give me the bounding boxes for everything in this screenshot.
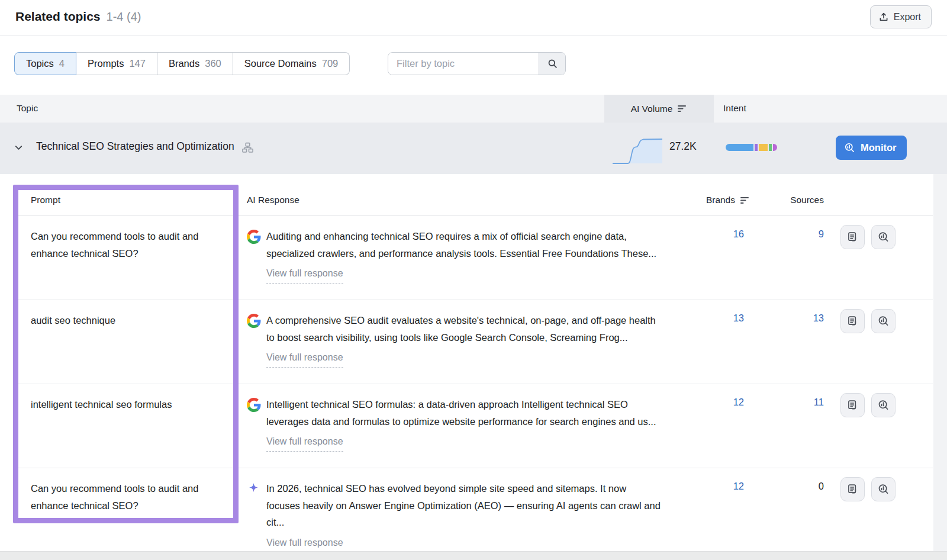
ai-volume-value: 27.2K bbox=[669, 140, 697, 153]
row-actions bbox=[840, 393, 896, 417]
column-ai-response: AI Response bbox=[247, 195, 299, 205]
brands-count-link[interactable]: 12 bbox=[694, 397, 744, 408]
column-sources: Sources bbox=[774, 195, 824, 205]
magnifier-chart-icon bbox=[877, 315, 890, 327]
brands-count-link[interactable]: 12 bbox=[694, 481, 744, 492]
view-response-button[interactable] bbox=[840, 309, 865, 333]
prompt-row: Can you recommend tools to audit and enh… bbox=[13, 468, 933, 551]
sort-desc-icon bbox=[678, 105, 687, 112]
intent-bar bbox=[726, 144, 777, 151]
prompt-row: audit seo technique A comprehensive SEO … bbox=[13, 300, 933, 384]
page-header: Related topics1-4 (4) Export bbox=[0, 0, 947, 35]
vertical-scrollbar[interactable] bbox=[933, 174, 947, 552]
topic-filter bbox=[388, 52, 566, 75]
ai-response: In 2026, technical SEO has evolved beyon… bbox=[266, 480, 662, 552]
tab-brands-label: Brands bbox=[169, 58, 199, 69]
tab-brands[interactable]: Brands 360 bbox=[157, 52, 233, 75]
response-doc-icon bbox=[846, 315, 859, 327]
bottom-edge-strip bbox=[0, 551, 947, 560]
row-actions bbox=[840, 477, 896, 501]
column-ai-volume-label: AI Volume bbox=[631, 104, 673, 114]
ai-response-text: Auditing and enhancing technical SEO req… bbox=[266, 231, 656, 259]
header-divider bbox=[0, 35, 947, 36]
chevron-down-icon[interactable] bbox=[13, 142, 24, 156]
magnifier-chart-icon bbox=[877, 483, 890, 495]
tab-source-domains-count: 709 bbox=[322, 58, 339, 69]
intent-segment bbox=[755, 144, 758, 151]
response-doc-icon bbox=[846, 399, 859, 411]
analyze-magnifier-button[interactable] bbox=[871, 309, 896, 333]
ai-volume-sparkline bbox=[613, 136, 663, 167]
filter-search-button[interactable] bbox=[539, 53, 565, 75]
ai-response: A comprehensive SEO audit evaluates a we… bbox=[266, 312, 662, 368]
view-full-response-link[interactable]: View full response bbox=[266, 535, 343, 553]
sitemap-icon[interactable] bbox=[241, 141, 254, 156]
column-prompt: Prompt bbox=[31, 195, 60, 205]
sources-count: 0 bbox=[769, 481, 824, 492]
topic-row[interactable]: Technical SEO Strategies and Optimizatio… bbox=[0, 123, 947, 174]
magnifier-chart-icon bbox=[877, 399, 890, 411]
sources-count-link[interactable]: 11 bbox=[769, 397, 824, 408]
prompt-text: Can you recommend tools to audit and enh… bbox=[31, 480, 227, 514]
google-icon bbox=[247, 314, 261, 330]
tab-brands-count: 360 bbox=[205, 58, 221, 69]
prompt-text: audit seo technique bbox=[31, 312, 227, 329]
result-range: 1-4 (4) bbox=[107, 10, 141, 23]
analyze-magnifier-button[interactable] bbox=[871, 477, 896, 501]
page-title-text: Related topics bbox=[15, 9, 101, 23]
tab-source-domains[interactable]: Source Domains 709 bbox=[233, 52, 350, 75]
ai-response-text: A comprehensive SEO audit evaluates a we… bbox=[266, 315, 656, 343]
ai-response-text: Intelligent technical SEO formulas: a da… bbox=[266, 399, 656, 427]
google-icon bbox=[247, 398, 261, 414]
ai-response: Intelligent technical SEO formulas: a da… bbox=[266, 396, 662, 452]
sort-desc-icon bbox=[740, 197, 750, 204]
monitor-magnifier-icon bbox=[844, 142, 855, 153]
brands-count-link[interactable]: 16 bbox=[694, 228, 744, 240]
intent-segment bbox=[759, 144, 768, 151]
topic-table-header: Topic AI Volume Intent bbox=[0, 95, 947, 123]
tab-prompts-count: 147 bbox=[129, 58, 146, 69]
export-button[interactable]: Export bbox=[870, 5, 932, 28]
view-full-response-link[interactable]: View full response bbox=[266, 265, 343, 284]
analyze-magnifier-button[interactable] bbox=[871, 393, 896, 417]
topic-name: Technical SEO Strategies and Optimizatio… bbox=[36, 140, 234, 153]
row-actions bbox=[840, 225, 896, 249]
tab-prompts[interactable]: Prompts 147 bbox=[76, 52, 157, 75]
intent-segment bbox=[726, 144, 753, 151]
tab-source-domains-label: Source Domains bbox=[244, 58, 317, 69]
view-response-button[interactable] bbox=[840, 477, 865, 501]
response-doc-icon bbox=[846, 483, 859, 495]
column-brands-label: Brands bbox=[706, 195, 735, 205]
response-doc-icon bbox=[846, 231, 859, 243]
monitor-label: Monitor bbox=[861, 142, 896, 153]
sources-count-link[interactable]: 9 bbox=[769, 228, 824, 240]
brands-count-link[interactable]: 13 bbox=[694, 313, 744, 324]
entity-tabs: Topics 4 Prompts 147 Brands 360 Source D… bbox=[14, 52, 350, 75]
prompt-text: intelligent technical seo formulas bbox=[31, 396, 227, 413]
sources-count-link[interactable]: 13 bbox=[769, 313, 824, 324]
tab-topics[interactable]: Topics 4 bbox=[14, 52, 76, 75]
view-full-response-link[interactable]: View full response bbox=[266, 349, 343, 368]
column-topic: Topic bbox=[17, 103, 38, 114]
column-intent[interactable]: Intent bbox=[723, 103, 746, 114]
view-response-button[interactable] bbox=[840, 393, 865, 417]
column-brands[interactable]: Brands bbox=[682, 195, 750, 205]
tab-topics-label: Topics bbox=[26, 58, 54, 69]
tab-prompts-label: Prompts bbox=[88, 58, 124, 69]
view-response-button[interactable] bbox=[840, 225, 865, 249]
ai-response: Auditing and enhancing technical SEO req… bbox=[266, 228, 662, 284]
export-icon bbox=[878, 12, 889, 22]
tab-topics-count: 4 bbox=[59, 58, 65, 69]
prompt-row: Can you recommend tools to audit and enh… bbox=[13, 216, 933, 300]
related-topics-page: Related topics1-4 (4) Export Topics 4 Pr… bbox=[0, 0, 947, 560]
search-icon bbox=[547, 58, 558, 69]
intent-segment bbox=[773, 144, 777, 151]
export-label: Export bbox=[894, 12, 921, 22]
column-ai-volume[interactable]: AI Volume bbox=[604, 95, 714, 123]
filter-input[interactable] bbox=[388, 53, 539, 75]
analyze-magnifier-button[interactable] bbox=[871, 225, 896, 249]
monitor-button[interactable]: Monitor bbox=[836, 136, 907, 160]
page-title: Related topics1-4 (4) bbox=[15, 9, 141, 24]
view-full-response-link[interactable]: View full response bbox=[266, 433, 343, 452]
ai-response-text: In 2026, technical SEO has evolved beyon… bbox=[266, 483, 661, 527]
